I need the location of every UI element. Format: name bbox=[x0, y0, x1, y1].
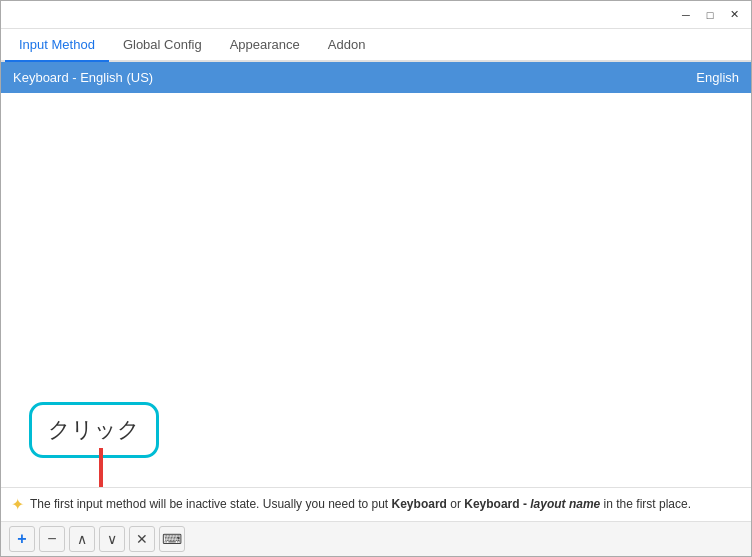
info-star-icon: ✦ bbox=[11, 495, 24, 514]
title-bar-buttons: ─ □ ✕ bbox=[675, 6, 745, 24]
content-area: Keyboard - English (US) English クリック bbox=[1, 62, 751, 487]
move-up-button[interactable]: ∧ bbox=[69, 526, 95, 552]
move-down-button[interactable]: ∨ bbox=[99, 526, 125, 552]
tab-appearance[interactable]: Appearance bbox=[216, 29, 314, 62]
info-bar: ✦ The first input method will be inactiv… bbox=[1, 487, 751, 521]
tab-addon[interactable]: Addon bbox=[314, 29, 380, 62]
close-button[interactable]: ✕ bbox=[723, 6, 745, 24]
title-bar: ─ □ ✕ bbox=[1, 1, 751, 29]
keyboard-layout-button[interactable]: ⌨ bbox=[159, 526, 185, 552]
tab-global-config[interactable]: Global Config bbox=[109, 29, 216, 62]
red-arrow-icon bbox=[81, 448, 121, 487]
tab-input-method[interactable]: Input Method bbox=[5, 29, 109, 62]
maximize-button[interactable]: □ bbox=[699, 6, 721, 24]
main-window: ─ □ ✕ Input Method Global Config Appeara… bbox=[0, 0, 752, 557]
settings-button[interactable]: ✕ bbox=[129, 526, 155, 552]
add-button[interactable]: + bbox=[9, 526, 35, 552]
list-item-name: Keyboard - English (US) bbox=[13, 70, 153, 85]
minimize-button[interactable]: ─ bbox=[675, 6, 697, 24]
click-bubble-text: クリック bbox=[48, 415, 140, 445]
click-bubble: クリック bbox=[29, 402, 159, 458]
list-item[interactable]: Keyboard - English (US) English bbox=[1, 62, 751, 93]
tab-bar: Input Method Global Config Appearance Ad… bbox=[1, 29, 751, 62]
list-item-lang: English bbox=[696, 70, 739, 85]
remove-button[interactable]: − bbox=[39, 526, 65, 552]
info-text: The first input method will be inactive … bbox=[30, 496, 741, 513]
toolbar: + − ∧ ∨ ✕ ⌨ bbox=[1, 521, 751, 556]
